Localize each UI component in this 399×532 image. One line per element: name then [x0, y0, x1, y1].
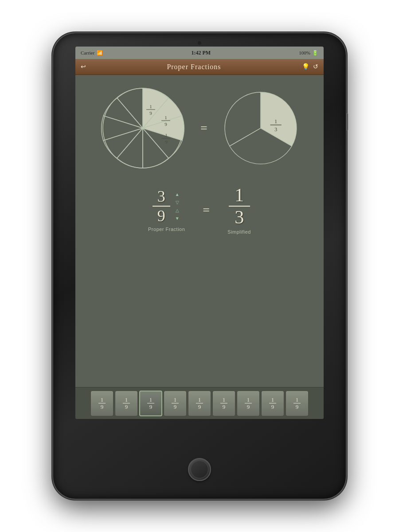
svg-text:9: 9 [165, 139, 168, 145]
svg-text:9: 9 [164, 121, 167, 127]
carrier-label: Carrier [81, 50, 94, 55]
tile-3[interactable]: 1 9 [164, 391, 187, 416]
svg-text:1: 1 [164, 115, 167, 120]
den-down-button[interactable]: ▼ [174, 215, 181, 221]
time-label: 1:42 PM [191, 50, 211, 56]
fraction-left-group: 3 9 ▲ ▽ △ ▼ Proper Fraction [148, 188, 185, 232]
battery-label: 100% [299, 50, 310, 55]
nav-title: Proper Fractions [167, 63, 221, 71]
tile-fraction-1: 1 9 [123, 397, 130, 410]
battery-icon: 🔋 [312, 50, 318, 56]
fraction-display: 3 9 ▲ ▽ △ ▼ Proper Fraction = [84, 186, 315, 235]
equals-sign-charts: = [200, 121, 207, 135]
tile-fraction-4: 1 9 [196, 397, 203, 410]
tile-1[interactable]: 1 9 [115, 391, 138, 416]
fraction-right-group: 1 3 Simplified [227, 186, 251, 235]
tile-4[interactable]: 1 9 [188, 391, 211, 416]
tile-fraction-5: 1 9 [220, 397, 227, 410]
home-button[interactable] [188, 458, 211, 481]
svg-text:3: 3 [274, 126, 277, 133]
svg-text:1: 1 [274, 118, 277, 125]
ipad-screen: Carrier 📶 1:42 PM 100% 🔋 ↩ Proper Fracti… [75, 47, 324, 419]
tile-fraction-0: 1 9 [98, 397, 106, 410]
main-content: 1 9 1 9 1 9 = [75, 75, 324, 387]
tile-fraction-8: 1 9 [293, 397, 301, 410]
tile-7[interactable]: 1 9 [261, 391, 284, 416]
hint-button[interactable]: 💡 [302, 63, 309, 70]
back-button[interactable]: ↩ [81, 63, 86, 70]
frac-right-num: 1 [235, 186, 244, 204]
left-chart: 1 9 1 9 1 9 [98, 84, 187, 172]
num-up-button[interactable]: ▲ [174, 191, 181, 197]
fraction-controls: ▲ ▽ △ ▼ [174, 191, 181, 221]
svg-text:1: 1 [149, 104, 152, 109]
tiles-bar: 1 9 1 9 1 9 1 9 1 [75, 387, 324, 419]
equals-sign-fractions: = [203, 203, 210, 217]
frac-left-den: 9 [157, 208, 165, 224]
status-bar: Carrier 📶 1:42 PM 100% 🔋 [75, 47, 324, 59]
ipad-shell: Carrier 📶 1:42 PM 100% 🔋 ↩ Proper Fracti… [53, 33, 346, 499]
wifi-icon: 📶 [97, 50, 103, 56]
tile-5[interactable]: 1 9 [212, 391, 235, 416]
svg-text:1: 1 [165, 133, 168, 138]
frac-right-den: 3 [235, 208, 244, 227]
frac-right-line [229, 206, 250, 207]
top-camera [198, 41, 201, 45]
right-chart: 1 3 [221, 88, 301, 168]
tile-fraction-3: 1 9 [172, 397, 179, 410]
num-down-button[interactable]: ▽ [174, 199, 181, 205]
tile-0[interactable]: 1 9 [90, 391, 113, 416]
fraction-left: 3 9 [153, 188, 170, 224]
reset-button[interactable]: ↺ [313, 63, 318, 70]
fraction-right-label: Simplified [227, 229, 251, 235]
fraction-right: 1 3 [229, 186, 250, 227]
tile-fraction-6: 1 9 [245, 397, 252, 410]
charts-area: 1 9 1 9 1 9 = [84, 84, 315, 172]
tile-8[interactable]: 1 9 [286, 391, 309, 416]
tile-fraction-7: 1 9 [269, 397, 276, 410]
svg-text:9: 9 [149, 110, 152, 116]
tile-2[interactable]: 1 9 [139, 391, 162, 416]
frac-left-line [153, 206, 170, 207]
frac-left-num: 3 [157, 188, 165, 204]
den-up-button[interactable]: △ [174, 207, 181, 213]
tile-6[interactable]: 1 9 [237, 391, 260, 416]
fraction-left-label: Proper Fraction [148, 227, 185, 232]
tile-fraction-2: 1 9 [147, 397, 154, 410]
nav-bar: ↩ Proper Fractions 💡 ↺ [75, 59, 324, 75]
